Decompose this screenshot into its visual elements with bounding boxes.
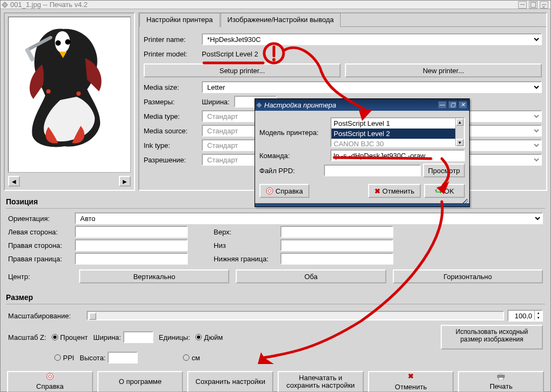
- scaling-slider[interactable]: [87, 311, 504, 320]
- width-label: Ширина:: [202, 98, 234, 106]
- dialog-ok-button[interactable]: ⮑ OK: [424, 184, 465, 198]
- cancel-icon: ✖: [408, 373, 414, 380]
- center-vertical-button[interactable]: Вертикально: [79, 269, 229, 283]
- scale-percent-label: Процент: [60, 333, 88, 341]
- use-original-size-button[interactable]: Использовать исходный размер изображения: [441, 325, 543, 350]
- help-icon: [46, 373, 54, 380]
- dialog-titlebar[interactable]: Настройка принтера — ▢ ✕: [255, 99, 469, 111]
- scaling-spinbox[interactable]: ▲▼: [507, 310, 543, 322]
- window-titlebar: 001_1.jpg -- Печать v4.2: [1, 1, 550, 9]
- media-source-label: Media source:: [144, 127, 202, 135]
- size-width-input[interactable]: [123, 331, 153, 343]
- browse-button[interactable]: Просмотр: [423, 163, 465, 177]
- center-horizontal-button[interactable]: Горизонтально: [393, 269, 543, 283]
- printer-name-select[interactable]: *HpDeskJet930C: [202, 33, 542, 45]
- dialog-close-button[interactable]: ✕: [458, 101, 467, 109]
- dialog-title: Настройка принтера: [264, 101, 336, 109]
- units-inch-radio[interactable]: [195, 334, 202, 340]
- ok-icon: ⮑: [435, 187, 442, 195]
- units-cm-radio[interactable]: [183, 354, 189, 361]
- orientation-label: Ориентация:: [8, 215, 73, 223]
- printer-icon: [497, 373, 505, 380]
- save-settings-button[interactable]: Сохранить настройки: [187, 371, 273, 392]
- svg-rect-9: [499, 373, 503, 375]
- printer-model-label: Printer model:: [144, 50, 202, 58]
- divider: [6, 208, 545, 209]
- scaling-value-input[interactable]: [508, 311, 534, 320]
- top-input[interactable]: [280, 226, 393, 238]
- divider: [6, 304, 545, 304]
- right-side-input[interactable]: [75, 239, 188, 251]
- dialog-cancel-button[interactable]: ✖ Отменить: [368, 184, 421, 198]
- printer-setup-dialog: Настройка принтера — ▢ ✕ Модель принтера…: [255, 98, 470, 207]
- svg-point-11: [266, 188, 273, 194]
- model-label: Модель принтера:: [259, 129, 328, 137]
- size-height-input[interactable]: [108, 352, 138, 364]
- dialog-help-button[interactable]: Справка: [259, 184, 309, 198]
- window-maximize-button[interactable]: [529, 1, 538, 9]
- tab-printer-settings[interactable]: Настройки принтера: [139, 13, 220, 27]
- ppd-file-input[interactable]: [324, 165, 421, 176]
- bottom-input[interactable]: [280, 239, 393, 251]
- svg-point-6: [47, 373, 53, 380]
- window-menu-icon[interactable]: [2, 2, 8, 8]
- dialog-maximize-button[interactable]: ▢: [448, 101, 457, 109]
- window-minimize-button[interactable]: [518, 1, 527, 9]
- section-title-size: Размер: [6, 293, 545, 302]
- scroll-up-icon[interactable]: ▲: [456, 118, 464, 126]
- tab-output-settings[interactable]: Изображение/Настройки вывода: [221, 13, 341, 27]
- dialog-minimize-button[interactable]: —: [438, 101, 447, 109]
- printer-model-list[interactable]: PostScript Level 1 PostScript Level 2 CA…: [330, 117, 465, 147]
- print-button[interactable]: Печать: [458, 371, 544, 392]
- orientation-select[interactable]: Авто: [75, 212, 543, 224]
- svg-point-1: [65, 39, 70, 45]
- preview-prev-button[interactable]: ◀: [8, 176, 20, 187]
- left-side-input[interactable]: [75, 226, 188, 238]
- about-button[interactable]: О программе: [97, 371, 183, 392]
- list-item[interactable]: CANON BJC 30: [331, 139, 455, 147]
- tab-strip: Настройки принтера Изображение/Настройки…: [139, 12, 546, 26]
- command-label: Команда:: [259, 152, 328, 160]
- left-side-label: Левая сторона:: [8, 228, 73, 236]
- list-item[interactable]: PostScript Level 1: [331, 118, 455, 129]
- ppd-file-label: Файл PPD:: [259, 167, 322, 175]
- help-button[interactable]: Справка: [7, 371, 93, 392]
- print-and-save-button[interactable]: Напечатать и сохранить настройки: [278, 371, 364, 392]
- top-label: Верх:: [214, 228, 278, 236]
- scale-ppi-radio[interactable]: [54, 354, 61, 361]
- right-border-label: Правая граница:: [8, 255, 73, 263]
- printer-name-label: Printer name:: [144, 35, 202, 44]
- svg-point-4: [46, 89, 51, 94]
- resize-grip-icon[interactable]: [462, 199, 468, 205]
- size-width-label: Ширина:: [93, 333, 121, 341]
- units-inch-label: Дюйм: [204, 333, 223, 341]
- media-size-select[interactable]: Letter: [202, 81, 542, 93]
- command-input[interactable]: [330, 149, 465, 161]
- setup-printer-button[interactable]: Setup printer...: [144, 63, 341, 77]
- scroll-down-icon[interactable]: ▼: [456, 139, 464, 146]
- center-both-button[interactable]: Оба: [236, 269, 386, 283]
- new-printer-button[interactable]: New printer...: [345, 63, 542, 77]
- media-type-label: Media type:: [144, 112, 202, 120]
- cancel-button[interactable]: ✖ Отменить: [368, 371, 454, 392]
- list-item[interactable]: PostScript Level 2: [331, 129, 455, 139]
- resolution-label: Разрешение:: [144, 156, 202, 164]
- media-size-label: Media size:: [144, 83, 202, 91]
- dialog-menu-icon[interactable]: [257, 102, 262, 108]
- window-title: 001_1.jpg -- Печать v4.2: [10, 1, 88, 9]
- scale-ppi-label: PPI: [63, 354, 74, 362]
- right-border-input[interactable]: [75, 253, 188, 265]
- help-icon: [266, 187, 273, 195]
- units-cm-label: см: [192, 354, 200, 362]
- scrollbar[interactable]: ▲ ▼: [455, 118, 464, 146]
- ink-type-label: Ink type:: [144, 141, 202, 149]
- printer-model-value: PostScript Level 2: [202, 50, 258, 58]
- scale-percent-radio[interactable]: [52, 334, 58, 340]
- scale-z-label: Масштаб Z:: [8, 333, 46, 341]
- preview-next-button[interactable]: ▶: [119, 176, 131, 187]
- window-close-button[interactable]: [540, 1, 548, 9]
- bottom-border-input[interactable]: [280, 253, 393, 265]
- bottom-border-label: Нижняя граница:: [214, 255, 278, 263]
- preview-canvas[interactable]: [8, 17, 131, 173]
- cancel-icon: ✖: [375, 187, 380, 195]
